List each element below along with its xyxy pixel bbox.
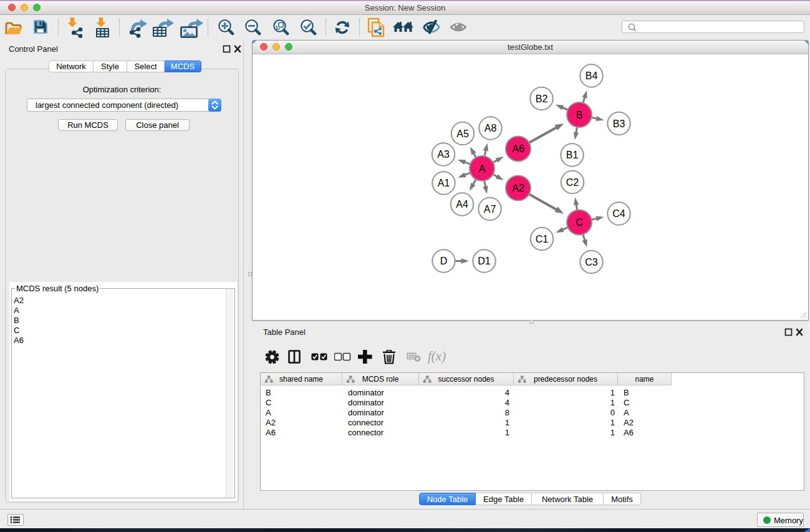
svg-text:C4: C4 [612, 208, 625, 219]
svg-text:B4: B4 [586, 70, 598, 81]
svg-text:A5: A5 [456, 128, 469, 139]
svg-text:D: D [440, 256, 448, 266]
svg-text:A7: A7 [484, 204, 496, 215]
svg-text:A8: A8 [485, 123, 497, 133]
svg-text:C3: C3 [585, 257, 598, 268]
svg-text:A6: A6 [512, 143, 524, 154]
svg-text:B: B [576, 110, 583, 120]
svg-text:B1: B1 [566, 150, 579, 160]
svg-text:B3: B3 [613, 118, 625, 129]
svg-text:A4: A4 [456, 199, 468, 210]
svg-text:A1: A1 [438, 178, 450, 188]
svg-text:B2: B2 [536, 94, 548, 104]
svg-text:A: A [479, 163, 486, 174]
svg-text:C1: C1 [536, 234, 549, 244]
svg-text:A3: A3 [437, 149, 450, 160]
svg-text:D1: D1 [478, 256, 491, 266]
svg-text:A2: A2 [512, 183, 524, 193]
svg-text:C2: C2 [566, 177, 579, 188]
svg-text:C: C [576, 217, 583, 228]
